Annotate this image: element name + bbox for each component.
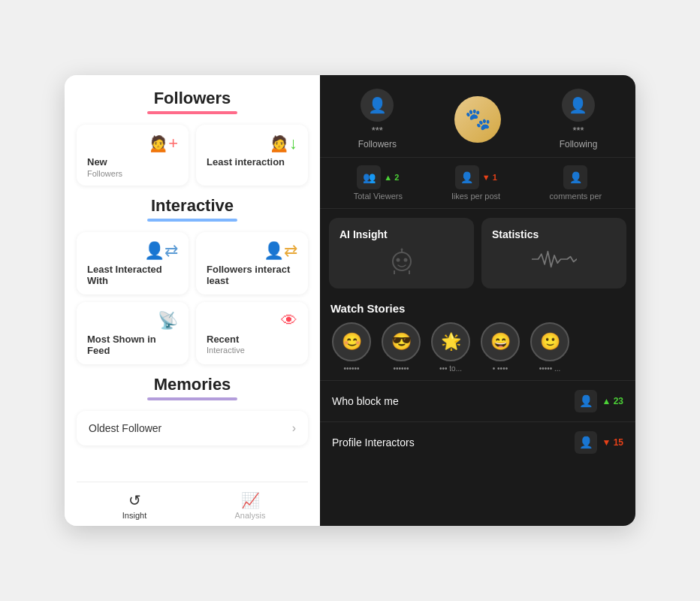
story-3-avatar: 🌟 <box>431 322 470 361</box>
most-shown-feed-card[interactable]: 📡 Most Shown in Feed <box>77 302 189 364</box>
story-1-avatar: 😊 <box>332 322 371 361</box>
following-label: Following <box>560 139 598 149</box>
oldest-follower-card[interactable]: Oldest Follower › <box>77 411 308 445</box>
following-avatar: 👤 <box>562 89 595 122</box>
bottom-nav: ↺ Insight 📈 Analysis <box>77 482 308 526</box>
likes-icon-row: 👤 ▼ 1 <box>455 165 497 189</box>
likes-per-post-metric: 👤 ▼ 1 likes per post <box>451 165 500 201</box>
analysis-icon: 📈 <box>241 491 260 509</box>
story-4[interactable]: 😄 • •••• <box>479 322 521 373</box>
recent-sublabel: Interactive <box>207 346 245 355</box>
memories-title: Memories <box>77 375 308 394</box>
followers-title: Followers <box>77 89 308 108</box>
ai-insight-icon <box>339 248 463 278</box>
statistics-card[interactable]: Statistics <box>481 218 626 288</box>
new-followers-card[interactable]: 🙍+ New Followers <box>77 125 189 186</box>
insight-cards-row: AI Insight Statistics <box>320 209 635 294</box>
total-viewers-icon-row: 👥 ▲ 2 <box>357 165 399 189</box>
who-block-me-label: Who block me <box>332 395 399 407</box>
recent-interactive-icon: 👁 <box>281 311 297 331</box>
followers-cards-grid: 🙍+ New Followers 🙍↓ Least interaction <box>77 125 308 186</box>
interactive-title: Interactive <box>77 196 308 216</box>
profile-interactors-right: 👤 ▼ 15 <box>575 431 623 454</box>
svg-point-1 <box>396 258 400 262</box>
interactive-cards-grid: 👤⇄ Least Interacted With 👤⇄ Followers in… <box>77 232 308 364</box>
story-4-name: • •••• <box>493 364 508 373</box>
center-stat: 🐾 <box>454 96 501 143</box>
svg-point-0 <box>393 252 411 270</box>
statistics-title: Statistics <box>492 228 616 240</box>
followers-avatar: 👤 <box>361 89 394 122</box>
followers-value: *** <box>372 125 383 136</box>
least-interaction-icon: 🙍↓ <box>269 134 297 153</box>
story-2-name: •••••• <box>393 364 409 373</box>
profile-interactors-row[interactable]: Profile Interactors 👤 ▼ 15 <box>320 421 635 463</box>
followers-label: Followers <box>358 139 397 149</box>
comments-per-metric: 👤 comments per <box>550 165 602 201</box>
least-interacted-icon: 👤⇄ <box>144 241 178 261</box>
likes-icon: 👤 <box>455 165 479 189</box>
nav-insight[interactable]: ↺ Insight <box>77 488 192 523</box>
metrics-row: 👥 ▲ 2 Total Viewers 👤 ▼ 1 likes per post… <box>320 158 635 209</box>
followers-avatar-icon: 👤 <box>368 96 387 114</box>
story-3[interactable]: 🌟 ••• to... <box>430 322 472 373</box>
story-2[interactable]: 😎 •••••• <box>380 322 422 373</box>
app-container: Followers 🙍+ New Followers 🙍↓ Least inte… <box>65 75 635 526</box>
profile-interactors-badge: ▼ 15 <box>602 437 623 448</box>
story-2-avatar: 😎 <box>382 322 421 361</box>
comments-icon-row: 👤 <box>563 165 587 189</box>
new-followers-label: New <box>87 156 107 168</box>
followers-interact-least-icon: 👤⇄ <box>264 241 297 261</box>
story-1-name: •••••• <box>343 364 359 373</box>
oldest-follower-arrow: › <box>292 421 296 435</box>
oldest-follower-label: Oldest Follower <box>89 422 161 434</box>
ai-insight-title: AI Insight <box>339 228 463 240</box>
ai-insight-card[interactable]: AI Insight <box>329 218 474 288</box>
insight-icon: ↺ <box>128 491 141 509</box>
comments-label: comments per <box>550 192 602 201</box>
waveform-icon <box>492 248 616 270</box>
who-block-me-icon: 👤 <box>575 390 597 412</box>
story-5[interactable]: 🙂 ••••• ... <box>529 322 571 373</box>
story-1[interactable]: 😊 •••••• <box>330 322 373 373</box>
memories-section: Memories Oldest Follower › <box>77 375 308 456</box>
nav-analysis[interactable]: 📈 Analysis <box>192 488 308 523</box>
following-avatar-icon: 👤 <box>569 96 587 114</box>
likes-badge: ▼ 1 <box>482 173 497 182</box>
recent-label: Recent <box>207 334 239 346</box>
least-interacted-card[interactable]: 👤⇄ Least Interacted With <box>77 232 189 294</box>
new-followers-icon: 🙍+ <box>148 134 178 153</box>
comments-icon: 👤 <box>563 165 587 189</box>
interactive-bar <box>147 219 237 222</box>
total-viewers-label: Total Viewers <box>354 192 403 201</box>
followers-interact-least-label: Followers interact least <box>207 264 297 287</box>
svg-point-4 <box>400 249 403 251</box>
story-5-avatar: 🙂 <box>530 322 569 361</box>
least-interaction-card[interactable]: 🙍↓ Least interaction <box>196 125 308 186</box>
followers-bar <box>147 111 237 114</box>
who-block-me-row[interactable]: Who block me 👤 ▲ 23 <box>320 380 635 421</box>
new-followers-sublabel: Followers <box>87 169 122 178</box>
story-3-name: ••• to... <box>439 364 462 373</box>
following-stat: 👤 *** Following <box>560 89 598 149</box>
likes-label: likes per post <box>451 192 500 201</box>
who-block-me-right: 👤 ▲ 23 <box>575 390 623 412</box>
stats-row: 👤 *** Followers 🐾 👤 *** Following <box>320 75 635 158</box>
recent-interactive-card[interactable]: 👁 Recent Interactive <box>196 302 308 364</box>
nav-insight-label: Insight <box>122 511 146 520</box>
following-value: *** <box>572 125 584 136</box>
profile-interactors-icon: 👤 <box>575 431 597 454</box>
least-interacted-label: Least Interacted With <box>87 264 178 287</box>
who-block-me-badge: ▲ 23 <box>602 396 623 406</box>
memories-bar <box>147 397 237 400</box>
most-shown-feed-icon: 📡 <box>158 311 178 331</box>
total-viewers-metric: 👥 ▲ 2 Total Viewers <box>354 165 403 201</box>
profile-interactors-label: Profile Interactors <box>332 436 415 448</box>
svg-point-2 <box>403 258 407 262</box>
center-avatar: 🐾 <box>454 96 501 143</box>
right-panel: 👤 *** Followers 🐾 👤 *** Following <box>320 75 635 526</box>
total-viewers-badge: ▲ 2 <box>384 173 399 182</box>
followers-section: Followers 🙍+ New Followers 🙍↓ Least inte… <box>77 89 308 196</box>
followers-interact-least-card[interactable]: 👤⇄ Followers interact least <box>196 232 308 294</box>
story-5-name: ••••• ... <box>539 364 561 373</box>
